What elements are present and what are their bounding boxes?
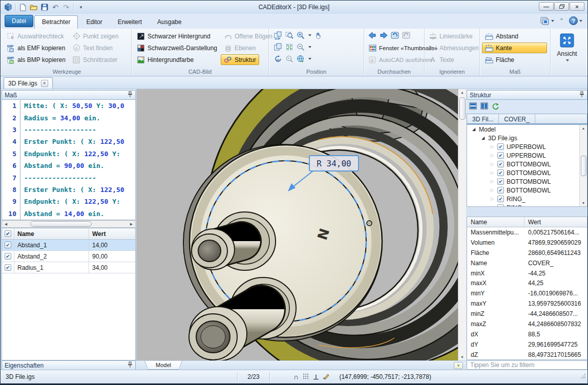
scrollbar-thumb[interactable] [30,221,92,227]
struktur-panel-header[interactable]: Struktur [467,90,587,100]
cad-3d-viewport[interactable]: N [136,89,458,360]
scroll-down-icon[interactable]: ▼ [458,354,466,360]
struktur-tab-cover[interactable]: COVER_ [499,114,535,123]
bolt-hole[interactable] [367,221,372,226]
window-switch-dropdown-icon[interactable] [551,20,554,22]
previous-view-icon[interactable] [285,55,293,63]
property-row[interactable]: minY -16,0019069876... [467,288,587,298]
scroll-options-button[interactable]: ∨ [454,362,463,369]
toolbar-options-icon[interactable]: ▾ [76,3,86,12]
table-row[interactable]: ✔ Abstand_2 90,00 [2,251,135,262]
checkbox-checked-icon[interactable]: ✔ [5,253,11,260]
ribbon-item-als-emf-kopieren[interactable]: EMF als EMF kopieren [4,42,68,53]
tree-node-file[interactable]: ◢ 3D File.igs [467,134,587,142]
checkbox-checked-icon[interactable]: ✔ [5,264,11,271]
header-checkbox-cell[interactable]: ✔ [2,228,14,239]
ribbon-item-abstand[interactable]: Abstand [482,31,521,41]
tree-node[interactable]: ▷ ✔ BOTTOMBOWL [467,160,587,168]
pan-hand-icon[interactable] [314,31,323,39]
log-horizontal-scrollbar[interactable]: ◀ ▶ [2,220,136,228]
fit-to-window-icon[interactable] [285,43,293,51]
expander-collapsed-icon[interactable]: ▷ [490,205,495,207]
ansicht-button[interactable]: Ansicht [553,31,581,68]
history-back-icon[interactable] [391,31,399,39]
pin-icon[interactable] [579,91,584,99]
split-rows-icon[interactable] [469,102,477,110]
property-row[interactable]: Massenmittelpu... 0,005217506164... [467,227,587,238]
mass-panel-header[interactable]: Maß [2,90,136,100]
ribbon-item-struktur[interactable]: Struktur [221,54,259,65]
ribbon-item-linienstaerke[interactable]: Linienstärke [426,31,476,41]
model-tab[interactable]: Model [144,361,182,370]
header-wert[interactable]: Wert [89,228,135,239]
scrollbar-thumb[interactable] [459,97,466,120]
scroll-down-icon[interactable]: ▼ [580,200,587,206]
zoom-out-dropdown-icon[interactable] [308,46,311,48]
expander-collapsed-icon[interactable]: ▷ [490,153,495,158]
zoom-out-icon[interactable] [297,43,305,51]
ribbon-item-punkt-zeigen[interactable]: Punkt zeigen [69,31,121,41]
property-row[interactable]: minX -44,25 [467,268,587,279]
ribbon-item-autocad-ausfuehren[interactable]: a AutoCAD ausführen [365,54,434,65]
property-row[interactable]: Volumen 47869,9290659029 [467,238,587,248]
property-row[interactable]: maxX 44,25 [467,278,587,288]
scroll-right-icon[interactable]: ▶ [128,221,135,227]
tree-node[interactable]: ▷ ✔ BOTTOMBOWL [467,168,587,177]
checkbox-checked-icon[interactable]: ✔ [497,187,504,194]
save-icon[interactable] [40,3,49,12]
cad-model-canvas[interactable]: N [136,89,458,360]
app-icon[interactable] [4,3,13,12]
scroll-up-icon[interactable]: ▲ [580,125,587,132]
ribbon-item-schwarzweiss[interactable]: Schwarzweiß-Darstellung [134,42,220,53]
rotate-view-icon[interactable] [274,31,282,39]
views-dropdown-icon[interactable] [308,58,311,60]
zoom-in-icon[interactable] [297,31,305,39]
measure-pen-icon[interactable] [323,373,330,381]
table-row[interactable]: ✔ Abstand_1 14,00 [2,240,135,251]
ribbon-item-abmessungen[interactable]: Abmessungen [426,42,482,53]
refresh-icon[interactable] [491,102,499,110]
checkbox-checked-icon[interactable]: ✔ [497,143,504,150]
restore-button[interactable] [554,2,569,11]
ansicht-dropdown-icon[interactable] [566,59,569,61]
ribbon-item-text-finden[interactable]: A Text finden [69,42,116,53]
tab-ausgabe[interactable]: Ausgabe [150,16,188,29]
scroll-up-icon[interactable]: ▲ [458,89,466,96]
pin-icon[interactable] [128,361,133,370]
tree-vertical-scrollbar[interactable]: ▲ ▼ [579,125,587,206]
eigenschaften-panel-header[interactable]: Eigenschaften [2,360,136,370]
copy-position-icon[interactable] [274,43,282,51]
ribbon-item-als-bmp-kopieren[interactable]: BMP als BMP kopieren [4,54,69,65]
scroll-left-icon[interactable]: ◀ [2,221,10,227]
property-row[interactable]: Fläche 28680,6549611243 [467,248,587,258]
orthogonal-icon[interactable]: ⊥ [313,373,319,381]
property-row[interactable]: dY 29,961699547725 [467,339,587,350]
table-row[interactable]: ✔ Radius_1 34,00 [2,262,135,273]
tree-node-model[interactable]: ◢ Model [467,125,587,134]
tab-datei[interactable]: Datei [5,15,33,27]
open-file-icon[interactable] [29,3,38,12]
expander-collapsed-icon[interactable]: ▷ [490,179,495,184]
header-wert[interactable]: Wert [524,217,587,227]
checkbox-checked-icon[interactable]: ✔ [497,178,504,185]
document-tab[interactable]: 3D File.igs × [4,77,53,89]
property-row[interactable]: Name COVER_ [467,258,587,268]
checkbox-checked-icon[interactable]: ✔ [497,152,504,159]
rotate-35-icon[interactable]: 35° [274,55,282,63]
tab-editor[interactable]: Editor [79,16,109,29]
tree-node[interactable]: ▷ ✔ RING_ [467,203,587,207]
navigate-back-icon[interactable] [368,31,376,39]
row-checkbox-cell[interactable]: ✔ [2,240,14,250]
new-file-icon[interactable] [18,3,28,12]
redo-icon[interactable]: ↷ [61,3,71,12]
property-row[interactable]: minZ -44,2486608507... [467,309,587,319]
named-views-globe-icon[interactable] [297,55,305,63]
ribbon-item-texte[interactable]: A Texte [426,54,457,65]
struktur-tab-file[interactable]: 3D Fil... [467,114,499,123]
expander-collapsed-icon[interactable]: ▷ [490,144,495,149]
close-document-icon[interactable]: × [41,80,48,87]
header-name[interactable]: Name [14,228,89,239]
scrollbar-thumb[interactable] [581,156,586,176]
expander-collapsed-icon[interactable]: ▷ [490,197,495,201]
viewport-vertical-scrollbar[interactable]: ▲ ▼ [458,89,466,360]
